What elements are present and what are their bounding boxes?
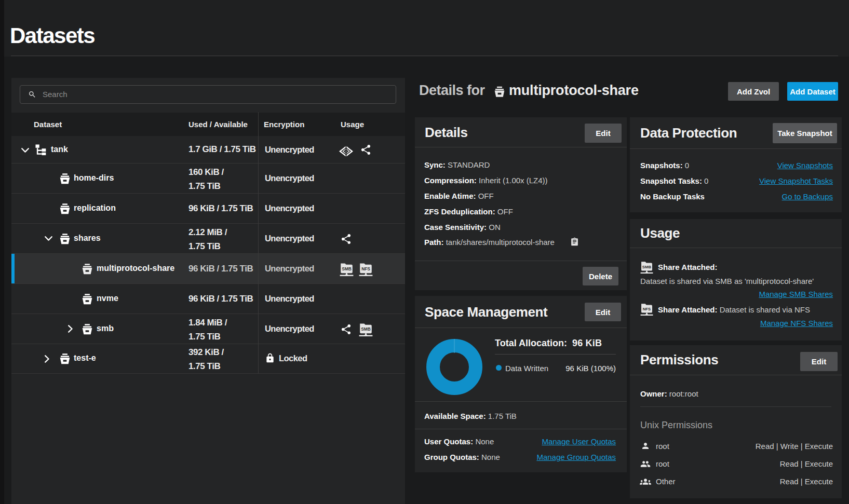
svg-text:SMB: SMB	[342, 266, 352, 271]
svg-text:NFS: NFS	[361, 266, 370, 271]
svg-text:NFS: NFS	[643, 307, 651, 311]
svg-text:SMB: SMB	[361, 326, 371, 332]
svg-text:SMB: SMB	[642, 265, 652, 269]
